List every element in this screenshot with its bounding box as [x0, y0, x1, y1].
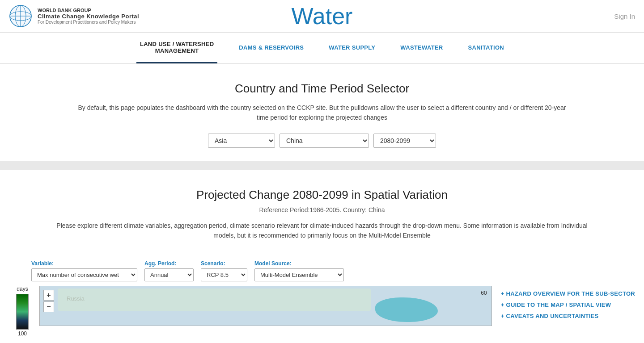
- nav-dams[interactable]: DAMS & RESERVOIRS: [235, 36, 307, 60]
- spatial-description: Please explore different climate variabl…: [54, 221, 590, 241]
- agg-select[interactable]: Annual Monthly Seasonal: [144, 268, 194, 281]
- map-zoom-controls: + −: [43, 290, 54, 312]
- hazard-overview-link[interactable]: HAZARD OVERVIEW FOR THE SUB-SECTOR: [501, 290, 635, 297]
- nav-water-supply[interactable]: WATER SUPPLY: [325, 36, 379, 60]
- scenario-filter-group: Scenario: RCP 2.6 RCP 4.5 RCP 8.5: [201, 260, 247, 281]
- bottom-content: days 100 + − Russia 60: [0, 286, 644, 337]
- model-select[interactable]: Multi-Model Ensemble Individual Models: [254, 268, 344, 281]
- map-area: days 100 + − Russia 60: [0, 286, 492, 337]
- variable-filter-group: Variable: Max number of consecutive wet …: [31, 260, 137, 281]
- country-select[interactable]: China India Japan South Korea Bangladesh: [280, 134, 369, 148]
- gray-divider: [0, 161, 644, 170]
- nav-land-use[interactable]: LAND USE / WATERSHEDMANAGEMENT: [136, 33, 217, 63]
- spatial-section: Projected Change 2080-2099 in Spatial Va…: [0, 170, 644, 260]
- navigation: LAND USE / WATERSHEDMANAGEMENT DAMS & RE…: [0, 33, 644, 64]
- map-legend: days 100: [9, 286, 36, 337]
- header-center: Water: [292, 4, 353, 28]
- country-time-selector: Country and Time Period Selector By defa…: [0, 64, 644, 161]
- scenario-select[interactable]: RCP 2.6 RCP 4.5 RCP 8.5: [201, 268, 247, 281]
- logo-bank: WORLD BANK GROUP: [38, 8, 139, 13]
- selector-description: By default, this page populates the dash…: [76, 103, 568, 123]
- globe-icon: [9, 4, 32, 28]
- model-filter-group: Model Source: Multi-Model Ensemble Indiv…: [254, 260, 344, 281]
- legend-value: 100: [18, 330, 27, 337]
- model-label: Model Source:: [254, 260, 344, 267]
- selector-title: Country and Time Period Selector: [9, 82, 635, 96]
- agg-period-filter-group: Agg. Period: Annual Monthly Seasonal: [144, 260, 194, 281]
- svg-point-5: [10, 5, 31, 27]
- spatial-reference: Reference Period:1986-2005. Country: Chi…: [9, 206, 635, 213]
- side-links: HAZARD OVERVIEW FOR THE SUB-SECTOR GUIDE…: [492, 286, 644, 337]
- map-scale: 60: [481, 290, 487, 296]
- guide-map-link[interactable]: GUIDE TO THE MAP / SPATIAL VIEW: [501, 301, 635, 308]
- logo-area: WORLD BANK GROUP Climate Change Knowledg…: [9, 4, 139, 28]
- logo-portal-title: Climate Change Knowledge Portal: [38, 13, 139, 20]
- water-heading: Water: [292, 4, 353, 28]
- logo-text: WORLD BANK GROUP Climate Change Knowledg…: [38, 8, 139, 25]
- zoom-out-button[interactable]: −: [43, 301, 54, 312]
- logo-subtitle: For Development Practitioners and Policy…: [38, 20, 139, 25]
- filter-row: Variable: Max number of consecutive wet …: [0, 260, 644, 286]
- caveats-link[interactable]: CAVEATS AND UNCERTAINTIES: [501, 313, 635, 319]
- header: WORLD BANK GROUP Climate Change Knowledg…: [0, 0, 644, 33]
- zoom-in-button[interactable]: +: [43, 290, 54, 301]
- spatial-title: Projected Change 2080-2099 in Spatial Va…: [9, 188, 635, 202]
- nav-sanitation[interactable]: SANITATION: [465, 36, 508, 60]
- agg-label: Agg. Period:: [144, 260, 194, 267]
- map-container: + − Russia 60: [39, 286, 492, 326]
- sign-in-link[interactable]: Sign In: [614, 13, 635, 20]
- nav-wastewater[interactable]: WASTEWATER: [397, 36, 446, 60]
- legend-label: days: [17, 286, 28, 292]
- variable-select[interactable]: Max number of consecutive wet Max number…: [31, 268, 137, 281]
- scenario-label: Scenario:: [201, 260, 247, 267]
- period-select[interactable]: 2020-2039 2040-2059 2060-2079 2080-2099: [373, 134, 436, 148]
- region-select[interactable]: Asia Africa Europe Latin America North A…: [208, 134, 275, 148]
- selector-controls: Asia Africa Europe Latin America North A…: [9, 134, 635, 148]
- variable-label: Variable:: [31, 260, 137, 267]
